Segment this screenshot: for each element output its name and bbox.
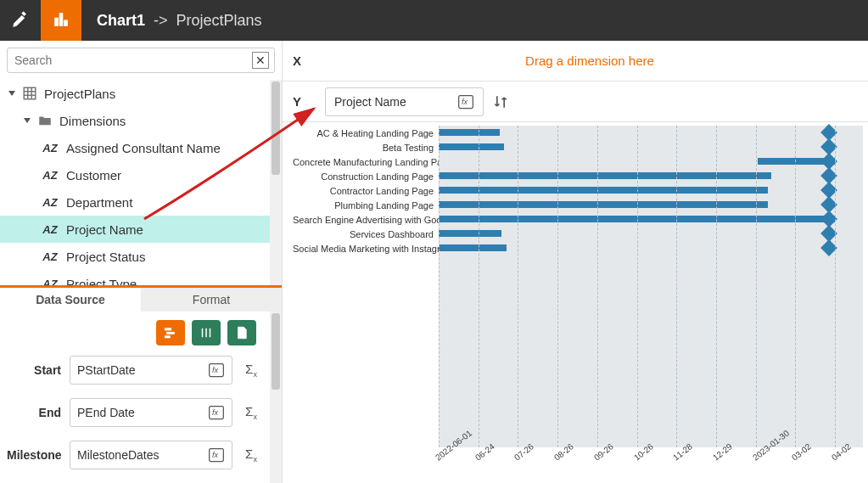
gantt-row: Contractor Landing Page <box>293 183 863 198</box>
text-type-icon: AZ <box>41 250 59 263</box>
tree-item-label: Assigned Consultant Name <box>66 141 221 155</box>
tree-item-label: Customer <box>66 168 121 183</box>
caret-down-icon <box>8 91 15 96</box>
milestone-value: MilestoneDates <box>77 448 160 462</box>
svg-rect-10 <box>165 336 170 338</box>
svg-text:fx: fx <box>212 451 219 459</box>
gantt-row: AC & Heating Landing Page <box>293 126 863 140</box>
tree-group-label: Dimensions <box>59 114 126 128</box>
table-icon <box>22 86 37 101</box>
svg-text:fx: fx <box>212 366 219 374</box>
tree-item[interactable]: AZProject Name <box>0 216 270 243</box>
y-axis-letter: Y <box>283 94 311 109</box>
form-scrollbar[interactable] <box>270 312 282 483</box>
svg-rect-3 <box>24 87 36 99</box>
tab-data-source[interactable]: Data Source <box>0 288 141 312</box>
svg-rect-8 <box>165 329 171 330</box>
svg-text:fx: fx <box>462 98 468 106</box>
tree-item[interactable]: AZCustomer <box>0 161 270 188</box>
search-box[interactable]: ✕ <box>7 48 275 73</box>
left-panel: ✕ ProjectPlans Dimensions AZAssigned Con… <box>0 41 283 483</box>
gantt-row-label: Beta Testing <box>293 143 439 153</box>
sigma-button[interactable]: Σx <box>241 446 261 463</box>
tab-format[interactable]: Format <box>141 288 282 312</box>
fx-icon[interactable]: fx <box>208 446 225 463</box>
gantt-row: Construction Landing Page <box>293 169 863 183</box>
milestone-label: Milestone <box>7 448 61 462</box>
fx-icon[interactable]: fx <box>457 93 474 110</box>
milestone-field[interactable]: MilestoneDates fx <box>70 441 232 469</box>
bar-chart-icon <box>52 10 70 31</box>
gantt-icon <box>163 325 178 340</box>
sigma-button[interactable]: Σx <box>241 404 261 421</box>
gantt-row-label: AC & Heating Landing Page <box>293 128 439 138</box>
tree-root-projectplans[interactable]: ProjectPlans <box>0 80 270 107</box>
gantt-layout-button[interactable] <box>156 320 185 345</box>
app-logo-button[interactable] <box>0 0 41 41</box>
breadcrumb: Chart1 -> ProjectPlans <box>97 12 262 30</box>
start-value: PStartDate <box>77 363 135 377</box>
gantt-row-label: Plumbing Landing Page <box>293 200 439 211</box>
text-type-icon: AZ <box>41 196 59 209</box>
svg-text:fx: fx <box>212 408 219 417</box>
tree-item-label: Department <box>66 195 132 210</box>
tree-item[interactable]: AZDepartment <box>0 188 270 216</box>
sigma-button[interactable]: Σx <box>241 362 261 379</box>
folder-icon <box>37 113 53 128</box>
chart-title: Chart1 <box>97 12 145 30</box>
tree-item-label: Project Name <box>66 222 143 237</box>
start-label: Start <box>7 363 61 377</box>
stacked-icon <box>199 325 214 340</box>
tree-group-dimensions[interactable]: Dimensions <box>0 107 270 134</box>
stacked-layout-button[interactable] <box>192 320 221 345</box>
caret-down-icon <box>24 118 31 123</box>
svg-rect-1 <box>59 13 63 25</box>
tree-item-label: Project Type <box>66 277 137 286</box>
gantt-chart: AC & Heating Landing PageBeta TestingCon… <box>293 126 863 480</box>
gantt-row-label: Social Media Marketing with Instagram <box>293 244 439 254</box>
sort-icon[interactable] <box>492 93 509 110</box>
tree-scrollbar[interactable] <box>270 80 282 285</box>
breadcrumb-arrow: -> <box>154 12 168 30</box>
x-icon: ✕ <box>255 54 266 66</box>
svg-rect-9 <box>167 332 175 334</box>
fx-icon[interactable]: fx <box>208 362 225 379</box>
gantt-row-label: Concrete Manufacturing Landing Page <box>293 157 439 167</box>
document-icon <box>234 325 249 340</box>
end-field[interactable]: PEnd Date fx <box>70 398 232 427</box>
tree-item[interactable]: AZProject Type <box>0 270 270 285</box>
y-dimension-label: Project Name <box>334 95 406 109</box>
text-type-icon: AZ <box>41 169 59 182</box>
search-input[interactable] <box>13 53 252 68</box>
tree-root-label: ProjectPlans <box>44 87 115 101</box>
gantt-row-label: Construction Landing Page <box>293 171 439 182</box>
gantt-row-label: Contractor Landing Page <box>293 186 439 196</box>
gantt-row: Plumbing Landing Page <box>293 198 863 212</box>
search-clear-button[interactable]: ✕ <box>252 52 269 69</box>
dataset-name: ProjectPlans <box>176 12 262 30</box>
svg-rect-0 <box>55 18 59 25</box>
svg-rect-2 <box>64 20 68 25</box>
text-type-icon: AZ <box>41 142 59 154</box>
dimensions-tree: ProjectPlans Dimensions AZAssigned Consu… <box>0 80 282 288</box>
chart-panel: X Drag a dimension here Y Project Name f… <box>283 41 868 483</box>
tree-item[interactable]: AZAssigned Consultant Name <box>0 134 270 161</box>
gantt-row-label: Services Dashboard <box>293 229 439 239</box>
export-layout-button[interactable] <box>227 320 256 345</box>
gantt-row: Concrete Manufacturing Landing Page <box>293 154 863 169</box>
y-dimension-pill[interactable]: Project Name fx <box>325 87 484 116</box>
x-dropzone[interactable]: Drag a dimension here <box>311 53 868 68</box>
gantt-row-label: Search Engine Advertising with Google <box>293 215 439 225</box>
end-value: PEnd Date <box>77 406 135 419</box>
fx-icon[interactable]: fx <box>208 404 225 421</box>
gantt-row: Services Dashboard <box>293 227 863 241</box>
end-label: End <box>7 406 61 419</box>
start-field[interactable]: PStartDate fx <box>70 356 232 385</box>
gantt-row: Social Media Marketing with Instagram <box>293 241 863 256</box>
field-config: Start PStartDate fx Σx End PEnd Date fx … <box>0 312 282 483</box>
text-type-icon: AZ <box>41 223 59 236</box>
gantt-row: Beta Testing <box>293 140 863 154</box>
text-type-icon: AZ <box>41 278 59 286</box>
tree-item[interactable]: AZProject Status <box>0 243 270 270</box>
chart-mode-button[interactable] <box>41 0 81 41</box>
